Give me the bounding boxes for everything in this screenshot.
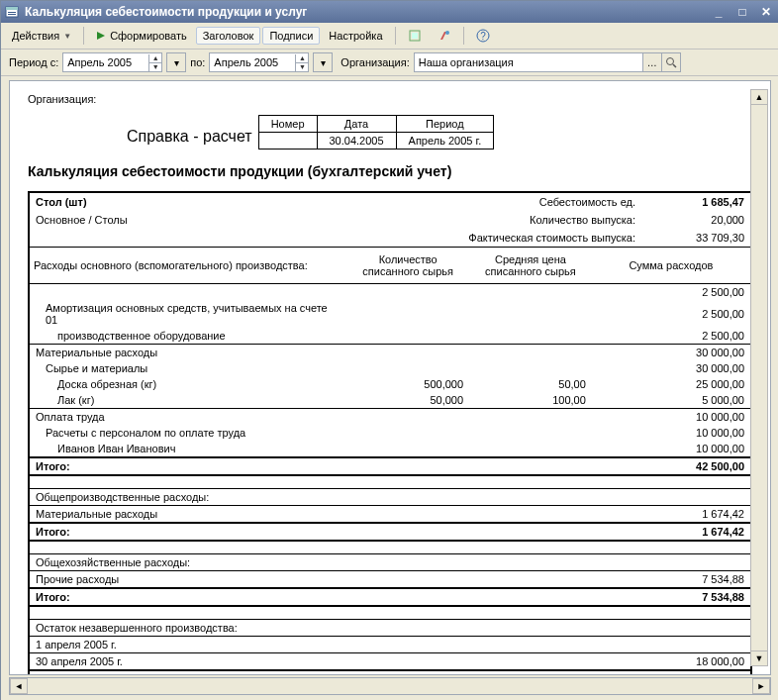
svg-text:?: ? bbox=[480, 31, 486, 42]
cell-name: Материальные расходы bbox=[30, 506, 346, 524]
cell-name: Итого: bbox=[30, 588, 346, 606]
cell-name: Расчеты с персоналом по оплате труда bbox=[30, 425, 346, 441]
col-period: Период bbox=[396, 116, 494, 133]
product-row-2: Основное / Столы Количество выпуска: 20,… bbox=[30, 211, 750, 229]
cell-qty bbox=[346, 345, 469, 361]
cell-price bbox=[469, 441, 592, 457]
svg-point-10 bbox=[666, 58, 673, 65]
table-row: Прочие расходы7 534,88 bbox=[30, 571, 750, 589]
cell-price bbox=[469, 588, 592, 606]
table-row: Итого:1 674,42 bbox=[30, 523, 750, 541]
separator bbox=[463, 27, 464, 45]
report-box: Стол (шт) Себестоимость ед. 1 685,47 Осн… bbox=[28, 191, 752, 675]
period-to-spinner[interactable]: ▲▼ bbox=[295, 54, 308, 71]
help-button[interactable]: ? bbox=[469, 26, 497, 46]
settings-button[interactable]: Настройка bbox=[322, 27, 389, 45]
col-date: Дата bbox=[317, 116, 396, 133]
cell-price bbox=[469, 506, 592, 524]
period-to-picker[interactable]: ▾ bbox=[313, 52, 333, 72]
unit-cost-value: 1 685,47 bbox=[645, 196, 744, 208]
col-qty: Количество списанного сырья bbox=[346, 248, 469, 284]
cost-table: Расходы основного (вспомогательного) про… bbox=[30, 247, 750, 675]
col-price: Средняя цена списанного сырья bbox=[469, 248, 592, 284]
scroll-track[interactable] bbox=[751, 105, 767, 650]
cell-name: Иванов Иван Иванович bbox=[30, 441, 346, 457]
close-button[interactable]: ✕ bbox=[757, 4, 775, 20]
period-to-field[interactable]: ▲▼ bbox=[209, 52, 309, 72]
period-to-input[interactable] bbox=[210, 54, 295, 70]
scroll-right-icon[interactable]: ► bbox=[752, 678, 770, 694]
table-row bbox=[30, 475, 750, 489]
cell-price bbox=[469, 620, 592, 637]
header-button[interactable]: Заголовок bbox=[196, 27, 261, 45]
cell-sum: -18 000,00 bbox=[592, 670, 750, 675]
table-row bbox=[30, 541, 750, 554]
cell-qty bbox=[346, 441, 469, 457]
cell-name: Амортизация основных средств, учитываемы… bbox=[30, 300, 346, 328]
vertical-scrollbar[interactable]: ▲ ▼ bbox=[750, 89, 768, 666]
cell-price bbox=[469, 523, 592, 541]
period-from-field[interactable]: ▲▼ bbox=[62, 52, 162, 72]
col-sum: Сумма расходов bbox=[592, 248, 750, 284]
cell-qty bbox=[346, 554, 469, 571]
signatures-button[interactable]: Подписи bbox=[262, 27, 320, 45]
cell-sum: 7 534,88 bbox=[592, 588, 750, 606]
reference-table: Номер Дата Период 30.04.2005 Апрель 2005… bbox=[258, 115, 495, 150]
cell-sum: 1 674,42 bbox=[592, 523, 750, 541]
cell-name: Прочие расходы bbox=[30, 571, 346, 589]
actual-label: Фактическая стоимость выпуска: bbox=[352, 232, 645, 244]
maximize-button[interactable]: □ bbox=[733, 4, 751, 20]
cell-name: Лак (кг) bbox=[30, 392, 346, 409]
cell-sum: 7 534,88 bbox=[592, 571, 750, 589]
cell-name: Общепроизводственные расходы: bbox=[30, 489, 346, 506]
cell-price bbox=[469, 457, 592, 475]
val-period: Апрель 2005 г. bbox=[396, 133, 494, 150]
org-field[interactable]: … bbox=[414, 52, 681, 72]
col-name: Расходы основного (вспомогательного) про… bbox=[30, 248, 346, 284]
actions-menu[interactable]: Действия▼ bbox=[5, 27, 78, 45]
org-search-button[interactable] bbox=[661, 53, 680, 71]
svg-rect-3 bbox=[8, 14, 16, 15]
period-from-picker[interactable]: ▾ bbox=[166, 52, 186, 72]
cell-name: Итого: bbox=[30, 670, 346, 675]
tool-icon-1[interactable] bbox=[401, 26, 429, 46]
app-window: Калькуляция себестоимости продукции и ус… bbox=[0, 0, 778, 700]
cell-name: Сырье и материалы bbox=[30, 360, 346, 376]
cell-name: Общехозяйственные расходы: bbox=[30, 554, 346, 571]
actual-value: 33 709,30 bbox=[645, 232, 744, 244]
qty-label: Количество выпуска: bbox=[352, 214, 645, 226]
org-input[interactable] bbox=[415, 54, 642, 70]
cell-sum: 1 674,42 bbox=[592, 506, 750, 524]
cell-name: производственное оборудование bbox=[30, 328, 346, 345]
cell-qty bbox=[346, 506, 469, 524]
cell-sum: 10 000,00 bbox=[592, 441, 750, 457]
cell-qty bbox=[346, 425, 469, 441]
report-title: Калькуляция себестоимости продукции (бух… bbox=[28, 163, 752, 179]
org-label: Организация: bbox=[340, 56, 409, 68]
cell-price: 50,00 bbox=[469, 376, 592, 392]
cell-qty bbox=[346, 670, 469, 675]
svg-line-11 bbox=[673, 64, 676, 67]
cell-name: Остаток незавершенного производства: bbox=[30, 620, 346, 637]
cell-name: Материальные расходы bbox=[30, 345, 346, 361]
product-row-1: Стол (шт) Себестоимость ед. 1 685,47 bbox=[30, 193, 750, 211]
org-select-button[interactable]: … bbox=[642, 53, 661, 71]
horizontal-scrollbar[interactable]: ◄ ► bbox=[9, 677, 771, 695]
period-from-spinner[interactable]: ▲▼ bbox=[148, 54, 161, 71]
app-icon bbox=[5, 5, 19, 19]
scroll-down-icon[interactable]: ▼ bbox=[751, 650, 767, 665]
table-row: Итого:-18 000,00 bbox=[30, 670, 750, 675]
cell-qty bbox=[346, 300, 469, 328]
unit-cost-label: Себестоимость ед. bbox=[352, 196, 645, 208]
cell-price bbox=[469, 489, 592, 506]
cell-price bbox=[469, 328, 592, 345]
scroll-up-icon[interactable]: ▲ bbox=[751, 90, 767, 105]
cell-qty: 50,000 bbox=[346, 392, 469, 409]
tool-icon-2[interactable] bbox=[431, 26, 458, 46]
minimize-button[interactable]: _ bbox=[710, 4, 728, 20]
table-header-row: Расходы основного (вспомогательного) про… bbox=[30, 248, 750, 284]
generate-button[interactable]: Сформировать bbox=[89, 27, 194, 45]
period-from-input[interactable] bbox=[63, 54, 148, 70]
cell-name: 1 апреля 2005 г. bbox=[30, 637, 346, 653]
scroll-left-icon[interactable]: ◄ bbox=[10, 678, 28, 694]
